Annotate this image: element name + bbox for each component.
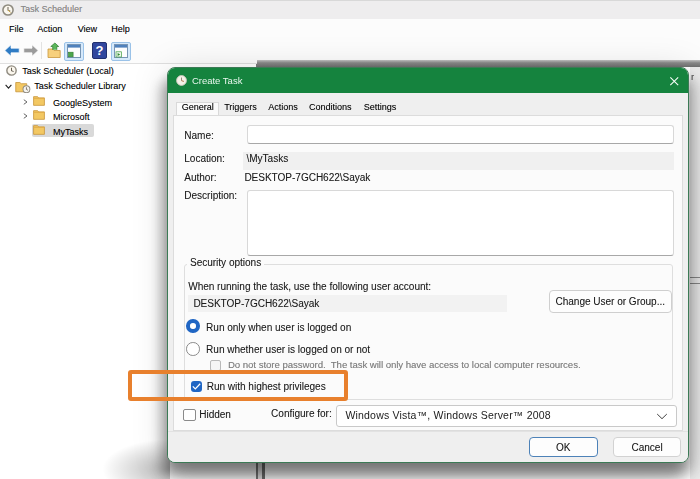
svg-text:?: ? [96, 43, 104, 58]
